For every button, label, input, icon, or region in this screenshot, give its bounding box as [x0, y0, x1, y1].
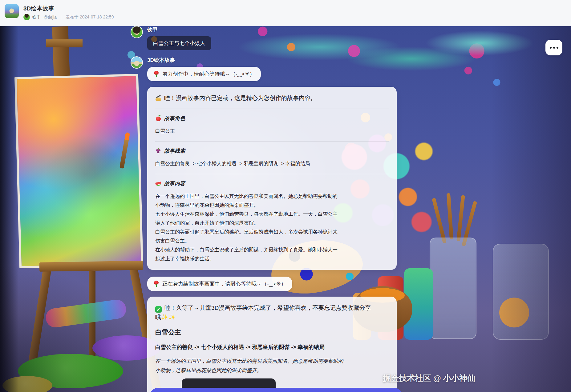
grapes-icon	[155, 148, 161, 154]
more-options-button[interactable]	[545, 40, 562, 55]
app-icon	[5, 4, 19, 18]
glass-brush-jar	[430, 238, 476, 339]
result-card-intro: 哇！久等了～儿童3D漫画故事绘本完成了，希望你喜欢，不要忘记点赞收藏分享	[155, 303, 389, 313]
easel-canvas-painting	[14, 74, 143, 268]
section-body-content: 在一个遥远的王国里，白雪公主以其无比的善良和美丽闻名。她总是帮助需要帮助的 小动…	[155, 192, 389, 263]
divider	[155, 174, 389, 174]
result-story-title: 白雪公主	[155, 328, 389, 337]
right-vignette	[491, 0, 571, 392]
status-creating-text: 努力创作中，请耐心等待哦～（-‿∘☀）	[162, 71, 255, 77]
bot-avatar[interactable]	[131, 56, 143, 69]
divider	[61, 15, 61, 20]
author-avatar[interactable]	[23, 14, 30, 20]
story-card-intro: 哇！漫画故事内容已定稿，这是精心为您创作的故事内容。	[155, 94, 389, 103]
bot-name: 3D绘本故事	[147, 57, 414, 64]
result-story-outline: 白雪公主的善良 -> 七个小矮人的相遇 -> 邪恶皇后的阴谋 -> 幸福的结局	[155, 343, 389, 351]
status-drawing-text: 正在努力绘制故事画面中，请耐心等待哦～（-‿∘☀）	[162, 281, 286, 287]
more-horizontal-icon	[550, 47, 552, 49]
section-title-characters: 故事角色	[155, 115, 389, 122]
author-handle[interactable]: @tiejia	[43, 15, 57, 20]
writing-hand-icon	[155, 95, 161, 101]
easel-clamp	[46, 39, 83, 47]
rose-icon	[153, 281, 160, 287]
brush-handle	[447, 193, 453, 239]
brush-handle	[456, 195, 465, 241]
status-drawing-bubble: 正在努力绘制故事画面中，请耐心等待哦～（-‿∘☀）	[147, 277, 292, 291]
user-message: 铁甲 白雪公主与七个小矮人	[131, 26, 414, 50]
publish-timestamp: 发布于 2024-07-18 22:59	[66, 14, 114, 20]
cta-button[interactable]	[149, 388, 403, 392]
check-icon	[155, 306, 162, 313]
divider	[155, 109, 389, 109]
section-title-content: 故事内容	[155, 180, 389, 187]
result-story-excerpt: 在一个遥远的王国里，白雪公主以其无比的善良和美丽闻名。她总是帮助需要帮助的 小动…	[155, 356, 389, 375]
watermelon-icon	[155, 180, 161, 186]
story-card: 哇！漫画故事内容已定稿，这是精心为您创作的故事内容。 故事角色 白雪公主 故事线…	[147, 87, 397, 270]
header-bar: 3D绘本故事 铁甲 @tiejia 发布于 2024-07-18 22:59	[0, 0, 571, 26]
section-title-plotline: 故事线索	[155, 147, 389, 155]
divider	[155, 141, 389, 142]
section-body-characters: 白雪公主	[155, 126, 389, 135]
author-name[interactable]: 铁甲	[32, 14, 41, 20]
watermark: 掘金技术社区 @ 小小神仙	[383, 373, 475, 384]
page-title: 3D绘本故事	[23, 5, 54, 13]
apple-icon	[155, 115, 161, 121]
easel-mast	[52, 26, 70, 78]
result-card: 哇！久等了～儿童3D漫画故事绘本完成了，希望你喜欢，不要忘记点赞收藏分享 哦✨✨…	[147, 297, 397, 392]
rose-icon	[153, 71, 160, 77]
bot-message: 3D绘本故事 努力创作中，请耐心等待哦～（-‿∘☀） 哇！漫画故事内容已定稿，这…	[131, 56, 414, 392]
user-name: 铁甲	[147, 26, 414, 33]
status-creating-bubble: 努力创作中，请耐心等待哦～（-‿∘☀）	[147, 67, 261, 81]
author-row: 铁甲 @tiejia 发布于 2024-07-18 22:59	[23, 14, 114, 20]
result-card-intro-line2: 哦✨✨	[155, 313, 389, 322]
user-avatar[interactable]	[131, 26, 143, 38]
chat-thread: 铁甲 白雪公主与七个小矮人 3D绘本故事 努力创作中，请耐心等待哦～（-‿∘☀）…	[131, 26, 414, 392]
section-body-plotline: 白雪公主的善良 -> 七个小矮人的相遇 -> 邪恶皇后的阴谋 -> 幸福的结局	[155, 159, 389, 168]
user-message-bubble[interactable]: 白雪公主与七个小矮人	[147, 36, 211, 50]
